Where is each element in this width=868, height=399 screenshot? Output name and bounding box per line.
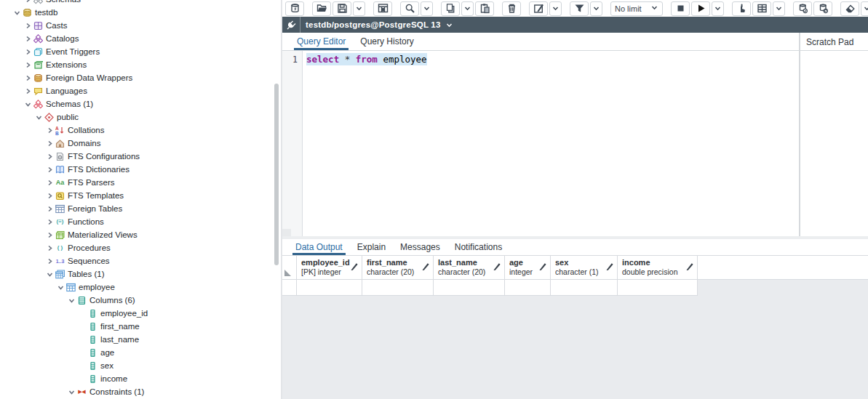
save-data-changes-button[interactable]: [373, 1, 392, 16]
tree-item-fts-dictionaries[interactable]: FTS Dictionaries: [0, 163, 281, 176]
find-button[interactable]: [400, 1, 419, 16]
tree-item-fts-parsers[interactable]: AaFTS Parsers: [0, 176, 281, 189]
tree-item-event-triggers[interactable]: Event Triggers: [0, 45, 281, 58]
tree-item-sequences[interactable]: 1..3Sequences: [0, 254, 281, 267]
edit-pencil-icon[interactable]: [685, 262, 694, 273]
tree-item-collations[interactable]: ABCollations: [0, 124, 281, 137]
chevron-right-icon[interactable]: [23, 60, 33, 70]
chevron-down-icon[interactable]: [23, 99, 33, 109]
copy-button[interactable]: [441, 1, 460, 16]
tree-item-domains[interactable]: Domains: [0, 137, 281, 150]
chevron-right-icon[interactable]: [23, 86, 33, 96]
row-number-cell[interactable]: [282, 280, 297, 296]
paste-button[interactable]: [475, 1, 494, 16]
tab-data-output[interactable]: Data Output: [288, 239, 350, 255]
tree-item-last-name[interactable]: last_name: [0, 333, 281, 346]
execute-button[interactable]: [691, 1, 710, 16]
chevron-down-icon[interactable]: [33, 112, 44, 122]
grid-cell-employee_id[interactable]: [297, 280, 362, 296]
column-header-employee_id[interactable]: employee_id[PK] integer: [297, 256, 362, 279]
tree-item-foreign-tables[interactable]: Foreign Tables: [0, 202, 281, 215]
copy-options-caret[interactable]: [461, 1, 474, 16]
tree-item-schemas[interactable]: Schemas: [0, 0, 281, 6]
edit-pencil-icon[interactable]: [538, 262, 547, 273]
chevron-right-icon[interactable]: [44, 230, 55, 240]
chevron-right-icon[interactable]: [44, 243, 55, 253]
grid-cell-sex[interactable]: [551, 280, 618, 296]
tree-item-tables-1[interactable]: Tables (1): [0, 267, 281, 281]
chevron-right-icon[interactable]: [44, 177, 55, 188]
grid-cell-last_name[interactable]: [434, 280, 505, 296]
chevron-down-icon[interactable]: [55, 282, 65, 292]
chevron-right-icon[interactable]: [44, 164, 55, 174]
clear-button[interactable]: [840, 1, 859, 16]
save-options-caret[interactable]: [353, 1, 365, 16]
chevron-right-icon[interactable]: [44, 203, 55, 214]
tab-explain[interactable]: Explain: [350, 239, 393, 255]
filter-options-caret[interactable]: [590, 1, 602, 16]
tree-item-public[interactable]: public: [0, 110, 281, 124]
edit-pencil-icon[interactable]: [493, 262, 501, 273]
open-file-button[interactable]: [312, 1, 331, 16]
chevron-right-icon[interactable]: [44, 190, 55, 201]
tree-item-testdb[interactable]: testdb: [0, 6, 281, 19]
chevron-right-icon[interactable]: [44, 256, 55, 266]
tab-query-history[interactable]: Query History: [353, 33, 421, 50]
tab-messages[interactable]: Messages: [393, 239, 447, 255]
edit-pencil-icon[interactable]: [350, 262, 359, 273]
edit-options-caret[interactable]: [549, 1, 562, 16]
connection-caret-icon[interactable]: [445, 21, 453, 29]
row-limit-select[interactable]: No limit: [610, 1, 663, 16]
tree-item-catalogs[interactable]: Catalogs: [0, 32, 281, 45]
tree-item-extensions[interactable]: Extensions: [0, 58, 281, 71]
filter-button[interactable]: [570, 1, 589, 16]
find-options-caret[interactable]: [421, 1, 433, 16]
edit-pencil-icon[interactable]: [605, 262, 614, 273]
tree-item-columns-6[interactable]: Columns (6): [0, 294, 281, 307]
sql-editor[interactable]: 1 select * from employee: [282, 51, 799, 236]
grid-cell-income[interactable]: [618, 280, 698, 296]
column-header-sex[interactable]: sexcharacter (1): [551, 256, 618, 279]
tab-notifications[interactable]: Notifications: [447, 239, 509, 255]
column-header-age[interactable]: ageinteger: [505, 256, 551, 279]
rollback-button[interactable]: [813, 1, 832, 16]
chevron-right-icon[interactable]: [23, 20, 33, 31]
edit-button[interactable]: [529, 1, 548, 16]
save-file-button[interactable]: [333, 1, 351, 16]
tree-item-fts-templates[interactable]: FTS Templates: [0, 189, 281, 202]
tree-item-age[interactable]: age: [0, 346, 281, 359]
chevron-down-icon[interactable]: [12, 7, 22, 17]
view-data-caret[interactable]: [773, 1, 785, 16]
scratch-pad-area[interactable]: [800, 51, 868, 236]
query-tool-button[interactable]: [285, 1, 304, 16]
tree-item-employee[interactable]: employee: [0, 281, 281, 294]
chevron-right-icon[interactable]: [23, 0, 33, 4]
chevron-right-icon[interactable]: [23, 47, 33, 57]
column-header-last_name[interactable]: last_namecharacter (20): [434, 256, 505, 279]
delete-button[interactable]: [502, 1, 521, 16]
tab-query-editor[interactable]: Query Editor: [290, 33, 353, 50]
grid-cell-age[interactable]: [505, 280, 551, 296]
chevron-right-icon[interactable]: [23, 33, 33, 44]
tree-item-casts[interactable]: Casts: [0, 19, 281, 32]
chevron-right-icon[interactable]: [44, 138, 55, 148]
commit-button[interactable]: [793, 1, 812, 16]
chevron-down-icon[interactable]: [44, 269, 55, 279]
tree-item-income[interactable]: income: [0, 372, 281, 385]
chevron-right-icon[interactable]: [44, 151, 55, 161]
chevron-down-icon[interactable]: [66, 387, 76, 397]
tree-item-languages[interactable]: Languages: [0, 84, 281, 97]
column-header-income[interactable]: incomedouble precision: [618, 256, 698, 279]
chevron-right-icon[interactable]: [44, 125, 55, 135]
stop-button[interactable]: [671, 1, 690, 16]
tree-item-schemas-1[interactable]: Schemas (1): [0, 97, 281, 110]
tree-scrollbar[interactable]: [274, 84, 279, 265]
select-all-cell[interactable]: [282, 256, 297, 279]
tree-item-foreign-data-wrappers[interactable]: Foreign Data Wrappers: [0, 71, 281, 84]
tree-item-materialized-views[interactable]: Materialized Views: [0, 228, 281, 241]
chevron-down-icon[interactable]: [66, 295, 76, 305]
tree-item-employee-id[interactable]: employee_id: [0, 307, 281, 320]
tree-item-functions[interactable]: (≡)Functions: [0, 215, 281, 228]
tree-item-first-name[interactable]: first_name: [0, 320, 281, 333]
column-header-first_name[interactable]: first_namecharacter (20): [362, 256, 434, 279]
